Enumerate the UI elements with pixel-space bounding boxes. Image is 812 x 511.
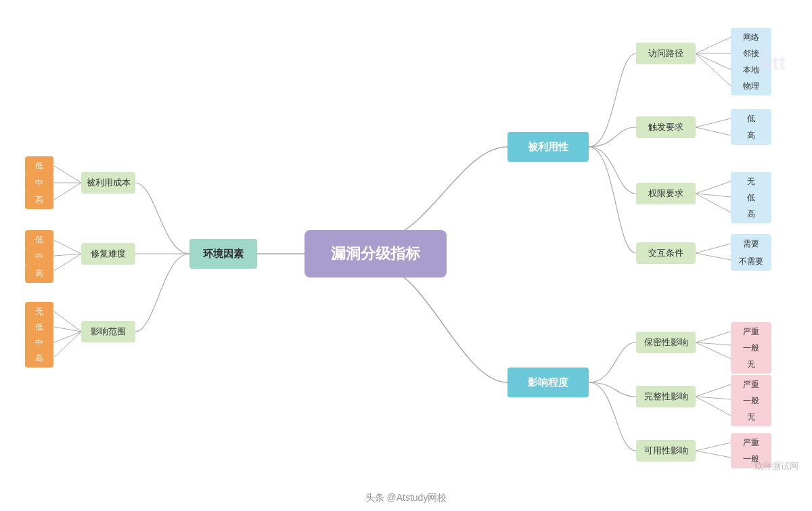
leaf-fix-mid: 中: [25, 247, 53, 266]
leaf-interact-no: 不需要: [731, 252, 771, 271]
node-integrity: 完整性影响: [636, 386, 696, 407]
leaf-trigger-high: 高: [731, 126, 771, 145]
watermark-brand: 软件测试网: [754, 460, 798, 472]
svg-line-24: [696, 342, 731, 345]
node-exploit-cost: 被利用成本: [81, 172, 135, 194]
leaf-fix-high: 高: [25, 264, 53, 283]
node-priv-req: 权限要求: [636, 183, 696, 204]
leaf-interact-yes: 需要: [731, 234, 771, 253]
svg-line-12: [696, 37, 731, 53]
mind-map: 漏洞分级指标 环境因素 被利用成本 低 中 高 修复难度 低 中 高 影响范围 …: [0, 0, 812, 511]
node-impact-degree: 影响程度: [508, 368, 589, 397]
leaf-integ-none: 无: [731, 407, 771, 426]
svg-line-28: [696, 397, 731, 416]
node-interact-cond: 交互条件: [636, 242, 696, 264]
watermark-att: Att: [757, 51, 786, 74]
node-fix-difficulty: 修复难度: [81, 243, 135, 265]
svg-line-11: [54, 332, 81, 357]
node-environment: 环境因素: [189, 239, 257, 269]
svg-line-7: [54, 254, 81, 271]
leaf-fix-low: 低: [25, 230, 53, 249]
svg-line-27: [696, 397, 731, 399]
leaf-scope-high: 高: [25, 349, 53, 368]
watermark-bottom: 头条 @Atstudy网校: [365, 492, 447, 504]
svg-line-21: [696, 244, 731, 253]
svg-line-15: [696, 53, 731, 86]
svg-line-14: [696, 53, 731, 70]
svg-line-5: [54, 240, 81, 254]
svg-line-4: [54, 183, 81, 200]
svg-line-22: [696, 253, 731, 260]
leaf-access-physical: 物理: [731, 76, 771, 95]
leaf-exploit-cost-mid: 中: [25, 173, 53, 192]
leaf-trigger-low: 低: [731, 109, 771, 128]
node-exploitability: 被利用性: [508, 132, 589, 162]
leaf-exploit-cost-high: 高: [25, 190, 53, 209]
svg-line-25: [696, 342, 731, 359]
leaf-exploit-cost-low: 低: [25, 156, 53, 175]
svg-line-2: [54, 166, 81, 183]
node-availability: 可用性影响: [636, 440, 696, 462]
node-confidentiality: 保密性影响: [636, 332, 696, 353]
svg-line-10: [54, 332, 81, 342]
svg-line-16: [696, 118, 731, 127]
node-access-path: 访问路径: [636, 43, 696, 64]
svg-line-29: [696, 443, 731, 451]
svg-line-20: [696, 194, 731, 213]
svg-line-18: [696, 181, 731, 194]
svg-line-26: [696, 384, 731, 397]
center-node: 漏洞分级指标: [304, 230, 447, 277]
svg-line-8: [54, 311, 81, 332]
leaf-priv-high: 高: [731, 204, 771, 223]
svg-line-9: [54, 327, 81, 332]
svg-line-23: [696, 332, 731, 342]
node-trigger-req: 触发要求: [636, 116, 696, 138]
leaf-conf-none: 无: [731, 355, 771, 374]
svg-line-6: [54, 254, 81, 256]
svg-line-30: [696, 451, 731, 458]
svg-line-19: [696, 194, 731, 197]
svg-line-17: [696, 127, 731, 135]
node-impact-scope: 影响范围: [81, 321, 135, 342]
